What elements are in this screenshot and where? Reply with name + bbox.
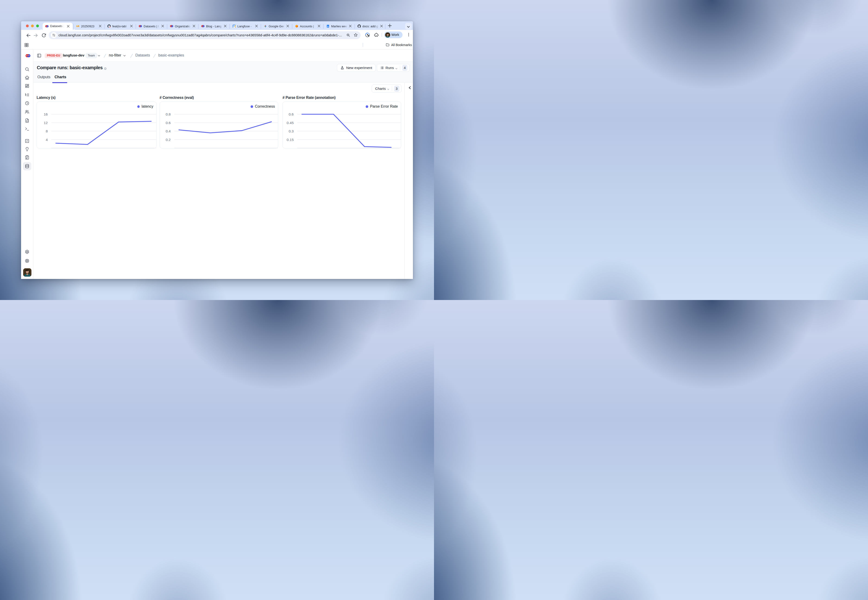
svg-text:0.2: 0.2 — [165, 138, 171, 142]
svg-text:12: 12 — [44, 121, 47, 125]
svg-text:0.4: 0.4 — [165, 129, 171, 133]
svg-text:8: 8 — [46, 129, 48, 133]
svg-text:0.6: 0.6 — [288, 112, 294, 116]
svg-text:0.6: 0.6 — [165, 121, 171, 125]
svg-text:16: 16 — [44, 112, 47, 116]
svg-text:6: 6 — [234, 25, 235, 27]
svg-text:0.15: 0.15 — [287, 138, 294, 142]
svg-text:0.45: 0.45 — [287, 121, 294, 125]
svg-text:0.8: 0.8 — [165, 112, 171, 116]
svg-text:0.3: 0.3 — [288, 129, 294, 133]
svg-text:4: 4 — [46, 138, 48, 142]
